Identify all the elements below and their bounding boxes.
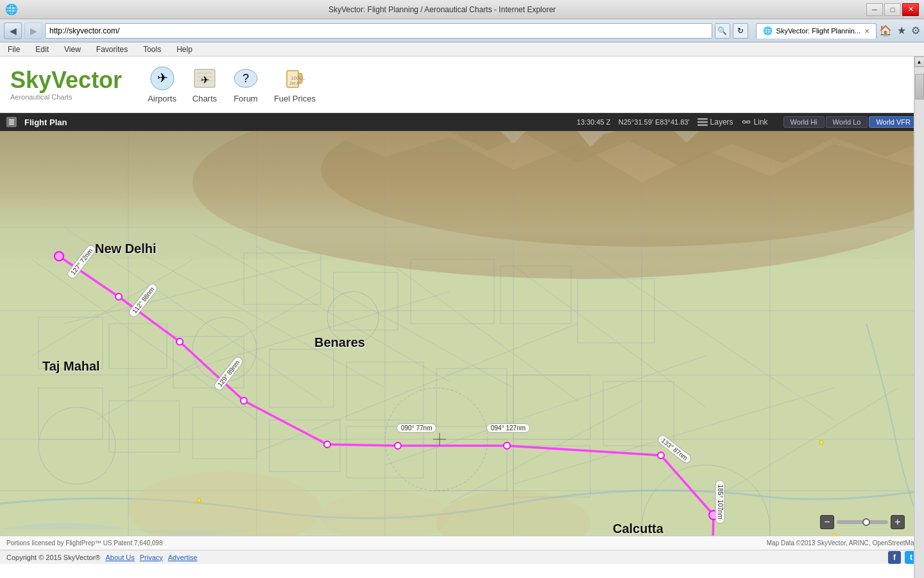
map-background: [0, 131, 924, 536]
logo-sky: Sky: [10, 67, 51, 93]
svg-text:Jet A: Jet A: [289, 81, 300, 85]
forum-label: Forum: [234, 94, 258, 103]
airports-icon: ✈: [150, 66, 175, 91]
bookmark-icon[interactable]: ★: [897, 24, 906, 37]
svg-point-85: [241, 398, 246, 403]
svg-rect-16: [697, 118, 708, 120]
zoom-slider[interactable]: [837, 520, 888, 524]
logo-area: SkyVector Aeronautical Charts: [10, 69, 122, 101]
zoom-thumb: [862, 518, 870, 526]
svg-text:✈: ✈: [157, 71, 167, 85]
window-title: SkyVector: Flight Planning / Aeronautica…: [18, 5, 866, 14]
worldhi-button[interactable]: World Hi: [783, 116, 825, 128]
worldvfr-button[interactable]: World VFR: [869, 116, 918, 128]
app-header: SkyVector Aeronautical Charts ✈ Airports: [0, 57, 924, 113]
flightplan-title: Flight Plan: [24, 118, 67, 127]
minimize-button[interactable]: ─: [866, 3, 883, 16]
refresh-button[interactable]: ↻: [733, 23, 748, 39]
menu-edit[interactable]: Edit: [33, 44, 51, 55]
url-input[interactable]: [45, 23, 712, 39]
addressbar: ◀ ▶ 🔍 ↻ 🌐 SkyVector: Flight Plannin... ✕…: [0, 19, 924, 42]
link-label: Link: [754, 118, 768, 127]
ie-logo-icon: 🌐: [5, 3, 18, 15]
scroll-track: [914, 67, 925, 578]
flightplan-expand-icon[interactable]: [6, 117, 17, 127]
tab-active[interactable]: 🌐 SkyVector: Flight Plannin... ✕: [756, 23, 877, 39]
nav-forum[interactable]: ? Forum: [233, 66, 259, 103]
nav-charts[interactable]: ✈ Charts: [192, 66, 218, 103]
svg-rect-13: [9, 119, 14, 121]
svg-rect-18: [697, 125, 708, 127]
maximize-button[interactable]: □: [884, 3, 901, 16]
tab-label: SkyVector: Flight Plannin...: [776, 27, 860, 35]
ie-toolbar-icons: 🏠 ★ ⚙: [879, 24, 920, 37]
nav-icon-group: ✈ Airports ✈ Charts: [148, 66, 316, 103]
window-controls: ─ □ ✕: [866, 3, 919, 16]
copyright-text: Copyright © 2015 SkyVector®: [6, 554, 100, 561]
flightplan-time: 13:30:45 Z: [577, 118, 611, 126]
menu-file[interactable]: File: [5, 44, 22, 55]
tab-bar: 🌐 SkyVector: Flight Plannin... ✕: [756, 22, 877, 39]
about-link[interactable]: About Us: [105, 554, 134, 561]
forum-icon: ?: [233, 66, 259, 91]
logo-subtitle: Aeronautical Charts: [10, 93, 73, 101]
attribution-right: Map Data ©2013 SkyVector, ARINC, OpenStr…: [767, 539, 918, 547]
titlebar: 🌐 SkyVector: Flight Planning / Aeronauti…: [0, 0, 924, 19]
flightplan-coords: N25°31.59' E83°41.83': [619, 118, 690, 126]
menu-help[interactable]: Help: [174, 44, 195, 55]
svg-point-90: [819, 441, 823, 444]
worldlo-button[interactable]: World Lo: [826, 116, 868, 128]
zoom-controls: − +: [820, 515, 905, 529]
settings-icon[interactable]: ⚙: [911, 24, 920, 37]
link-button[interactable]: Link: [741, 118, 768, 127]
ie-scrollbar: ▲ ▼: [914, 57, 924, 578]
scroll-up[interactable]: ▲: [914, 57, 925, 67]
svg-rect-14: [9, 121, 14, 123]
attribution-left: Portions licensed by FlightPrep™ US Pate…: [6, 539, 162, 547]
facebook-button[interactable]: f: [888, 551, 901, 564]
menu-tools[interactable]: Tools: [141, 44, 164, 55]
statusbar: Copyright © 2015 SkyVector® About Us Pri…: [0, 550, 924, 564]
search-button[interactable]: 🔍: [715, 23, 730, 39]
zoom-out-button[interactable]: −: [820, 515, 834, 529]
map-view-buttons: World Hi World Lo World VFR: [783, 116, 918, 128]
svg-point-87: [197, 498, 201, 502]
menu-favorites[interactable]: Favorites: [94, 44, 130, 55]
scroll-thumb[interactable]: [915, 74, 924, 100]
home-icon[interactable]: 🏠: [879, 24, 892, 37]
logo-vector: Vector: [51, 67, 122, 93]
svg-text:100LL: 100LL: [291, 75, 305, 81]
tab-close-button[interactable]: ✕: [864, 28, 869, 35]
logo: SkyVector: [10, 69, 122, 92]
layers-button[interactable]: Layers: [697, 118, 733, 127]
flightplan-bar: Flight Plan 13:30:45 Z N25°31.59' E83°41…: [0, 113, 924, 131]
svg-rect-15: [9, 124, 14, 125]
menu-view[interactable]: View: [62, 44, 83, 55]
svg-rect-17: [697, 121, 708, 123]
advertise-link[interactable]: Advertise: [168, 554, 198, 561]
charts-label: Charts: [193, 94, 217, 103]
airports-label: Airports: [148, 94, 176, 103]
svg-point-84: [56, 253, 62, 259]
nav-airports[interactable]: ✈ Airports: [148, 66, 176, 103]
charts-icon: ✈: [192, 66, 218, 91]
close-button[interactable]: ✕: [902, 3, 919, 16]
back-button[interactable]: ◀: [4, 22, 22, 39]
map-attribution: Portions licensed by FlightPrep™ US Pate…: [0, 536, 924, 550]
nav-fuel[interactable]: 100LL Jet A Fuel Prices: [274, 66, 316, 103]
menubar: File Edit View Favorites Tools Help: [0, 42, 924, 57]
fuel-label: Fuel Prices: [274, 94, 316, 103]
layers-label: Layers: [710, 118, 733, 127]
zoom-in-button[interactable]: +: [891, 515, 905, 529]
flightplan-time-coords: 13:30:45 Z N25°31.59' E83°41.83': [577, 118, 690, 126]
fuel-icon: 100LL Jet A: [282, 66, 307, 91]
svg-text:✈: ✈: [200, 74, 209, 85]
tab-icon: 🌐: [763, 26, 773, 35]
map-area[interactable]: New Delhi Taj Mahal Benares Calcutta 127…: [0, 131, 924, 536]
svg-text:?: ?: [243, 72, 249, 85]
forward-button[interactable]: ▶: [24, 22, 42, 39]
privacy-link[interactable]: Privacy: [140, 554, 163, 561]
